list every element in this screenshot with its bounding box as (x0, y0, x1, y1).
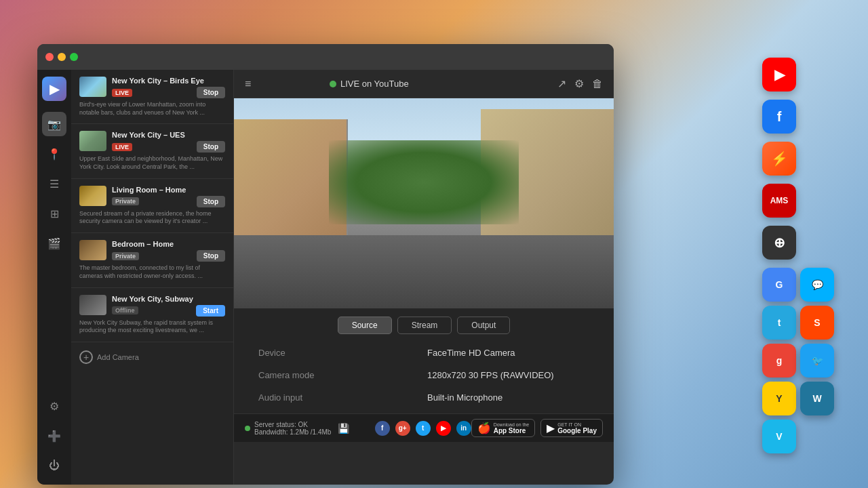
camera-item-nyc-ues[interactable]: New York City – UES LIVE Stop Upper East… (71, 124, 233, 178)
googleplay-small-text: GET IT ON (557, 422, 597, 427)
add-camera-button[interactable]: + Add Camera (71, 342, 233, 372)
apple-icon: 🍎 (477, 422, 491, 434)
right-icon-facebook[interactable]: f (762, 100, 796, 134)
googleplay-badge[interactable]: ▶ GET IT ON Google Play (540, 419, 603, 437)
tab-source[interactable]: Source (338, 317, 392, 334)
mini-icon-twitter[interactable]: 🐦 (800, 344, 834, 378)
nav-icon-plus[interactable]: ➕ (42, 424, 66, 448)
status-badge-nyc-ues: LIVE (112, 143, 132, 151)
nav-icon-brand[interactable]: ▶ (42, 77, 66, 101)
camera-desc-bedroom: The master bedroom, connected to my list… (79, 264, 225, 280)
camera-name-nyc-birds: New York City – Birds Eye (112, 77, 225, 85)
right-icon-youtube[interactable]: ▶ (762, 58, 796, 92)
nav-icon-settings[interactable]: ⚙ (42, 394, 66, 418)
audio-input-label: Audio input (258, 390, 420, 405)
status-badge-living: Private (112, 197, 139, 205)
social-youtube[interactable]: ▶ (436, 421, 451, 436)
live-status-text: LIVE on YouTube (340, 79, 409, 89)
camera-thumb-nyc-birds (79, 77, 106, 97)
camera-item-bedroom[interactable]: Bedroom – Home Private Stop The master b… (71, 233, 233, 287)
googleplay-name: Google Play (557, 427, 597, 434)
camera-name-living: Living Room – Home (112, 186, 225, 194)
right-icon-target[interactable]: ⊕ (762, 226, 796, 260)
stop-button-bedroom[interactable]: Stop (197, 250, 225, 262)
camera-item-living-room[interactable]: Living Room – Home Private Stop Secured … (71, 179, 233, 233)
mini-icon-vimeo[interactable]: V (762, 420, 796, 453)
source-info-grid: Device FaceTime HD Camera Camera mode 12… (245, 345, 603, 405)
add-camera-label: Add Camera (97, 353, 139, 361)
mini-icon-tumblr[interactable]: t (762, 306, 796, 340)
social-linkedin[interactable]: in (456, 421, 471, 436)
stop-button-nyc-ues[interactable]: Stop (197, 141, 225, 152)
nav-icon-video[interactable]: 🎬 (42, 231, 66, 256)
nav-icon-list[interactable]: ☰ (42, 171, 66, 196)
social-facebook[interactable]: f (375, 421, 390, 436)
app-content: ▶ 📷 📍 ☰ ⊞ 🎬 ⚙ ➕ ⏻ New York City – Birds … (37, 70, 614, 485)
minimize-button[interactable] (58, 53, 66, 61)
close-button[interactable] (45, 53, 54, 61)
delete-icon[interactable]: 🗑 (592, 78, 603, 90)
top-bar: ≡ LIVE on YouTube ↗ ⚙ 🗑 (234, 70, 614, 98)
video-preview (234, 98, 614, 308)
store-badges: 🍎 Download on the App Store ▶ GET IT ON … (471, 419, 603, 437)
play-icon: ▶ (547, 422, 555, 434)
camera-item-subway[interactable]: New York City, Subway Offline Start New … (71, 288, 233, 342)
appstore-small-text: Download on the (494, 422, 530, 427)
nav-icon-power[interactable]: ⏻ (42, 453, 66, 478)
nav-icon-cameras[interactable]: 📷 (42, 112, 66, 136)
right-icon-ams[interactable]: AMS (762, 184, 796, 218)
right-icon-lightning[interactable]: ⚡ (762, 142, 796, 176)
nav-icon-grid[interactable]: ⊞ (42, 201, 66, 226)
mini-icon-wordpress[interactable]: W (800, 382, 834, 415)
street-scene (234, 98, 614, 308)
live-dot (330, 81, 336, 87)
camera-mode-value: 868x488 30 FPS (RAWVIDEO) (427, 367, 589, 383)
stop-button-living[interactable]: Stop (197, 196, 225, 207)
camera-item-nyc-birds[interactable]: New York City – Birds Eye LIVE Stop Bird… (71, 70, 233, 124)
social-icons: f g+ t ▶ in (375, 421, 471, 436)
icon-sidebar: ▶ 📷 📍 ☰ ⊞ 🎬 ⚙ ➕ ⏻ (37, 70, 71, 485)
settings-icon[interactable]: ⚙ (574, 77, 584, 90)
maximize-button[interactable] (70, 53, 78, 61)
right-sidebar: ▶ f ⚡ AMS ⊕ G 💬 t S g 🐦 Y W V (762, 58, 841, 453)
live-indicator: LIVE on YouTube (330, 79, 409, 89)
main-panel: ≡ LIVE on YouTube ↗ ⚙ 🗑 (234, 70, 614, 485)
trees (329, 140, 519, 224)
tab-stream[interactable]: Stream (397, 317, 452, 334)
disk-icon: 💾 (338, 423, 349, 434)
mini-icon-google[interactable]: G (762, 268, 796, 302)
server-status: Server status: OK Bandwidth: 1.2Mb /1.4M… (245, 421, 375, 436)
camera-thumb-bedroom (79, 240, 106, 260)
social-twitter[interactable]: t (416, 421, 431, 436)
title-bar (37, 44, 614, 70)
share-icon[interactable]: ↗ (557, 77, 566, 90)
camera-mode-label: Camera mode (258, 367, 420, 383)
camera-thumb-living (79, 186, 106, 206)
mini-icon-chat[interactable]: 💬 (800, 268, 834, 302)
device-label: Device (258, 345, 420, 361)
start-button-subway[interactable]: Start (196, 305, 225, 317)
appstore-badge[interactable]: 🍎 Download on the App Store (471, 419, 536, 437)
social-googleplus[interactable]: g+ (395, 421, 410, 436)
camera-desc-subway: New York City Subway, the rapid transit … (79, 319, 225, 335)
camera-desc-nyc-birds: Bird's-eye view of Lower Manhattan, zoom… (79, 101, 225, 117)
mini-icons-group: G 💬 t S g 🐦 Y W V (762, 268, 841, 453)
server-status-text: Server status: OK (254, 421, 331, 428)
nav-icon-location[interactable]: 📍 (42, 142, 66, 166)
app-footer: Server status: OK Bandwidth: 1.2Mb /1.4M… (234, 413, 614, 442)
app-window: ▶ 📷 📍 ☰ ⊞ 🎬 ⚙ ➕ ⏻ New York City – Birds … (37, 44, 614, 485)
camera-thumb-subway (79, 295, 106, 315)
appstore-name: App Store (494, 427, 530, 434)
camera-name-bedroom: Bedroom – Home (112, 240, 225, 248)
camera-list: New York City – Birds Eye LIVE Stop Bird… (71, 70, 234, 485)
camera-desc-living: Secured stream of a private residence, t… (79, 210, 225, 226)
mini-icon-yelp[interactable]: Y (762, 382, 796, 415)
mini-icon-g2[interactable]: g (762, 344, 796, 378)
stop-button-nyc-birds[interactable]: Stop (197, 87, 225, 98)
tab-output[interactable]: Output (457, 317, 510, 334)
status-dot (245, 426, 250, 431)
mini-icon-stumble[interactable]: S (800, 306, 834, 340)
status-badge-subway: Offline (112, 306, 138, 314)
menu-icon[interactable]: ≡ (245, 78, 251, 90)
camera-name-nyc-ues: New York City – UES (112, 131, 225, 139)
